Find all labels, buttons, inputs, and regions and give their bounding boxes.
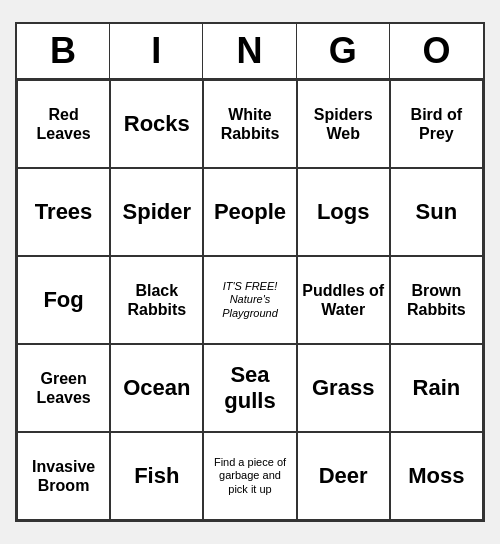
bingo-cell: Brown Rabbits bbox=[390, 256, 483, 344]
bingo-cell: Deer bbox=[297, 432, 390, 520]
header-letter: G bbox=[297, 24, 390, 78]
bingo-cell: Spiders Web bbox=[297, 80, 390, 168]
bingo-grid: Red LeavesRocksWhite RabbitsSpiders WebB… bbox=[17, 80, 483, 520]
bingo-cell: Sun bbox=[390, 168, 483, 256]
header-letter: I bbox=[110, 24, 203, 78]
bingo-cell: Green Leaves bbox=[17, 344, 110, 432]
bingo-cell: Black Rabbits bbox=[110, 256, 203, 344]
bingo-cell: Logs bbox=[297, 168, 390, 256]
bingo-cell: Red Leaves bbox=[17, 80, 110, 168]
header-letter: O bbox=[390, 24, 483, 78]
bingo-cell: Fog bbox=[17, 256, 110, 344]
bingo-cell: People bbox=[203, 168, 296, 256]
bingo-cell: Ocean bbox=[110, 344, 203, 432]
bingo-cell: Sea gulls bbox=[203, 344, 296, 432]
bingo-cell: Find a piece of garbage and pick it up bbox=[203, 432, 296, 520]
bingo-cell: Fish bbox=[110, 432, 203, 520]
bingo-header: BINGO bbox=[17, 24, 483, 80]
bingo-cell: Moss bbox=[390, 432, 483, 520]
bingo-cell: White Rabbits bbox=[203, 80, 296, 168]
bingo-cell: Rain bbox=[390, 344, 483, 432]
header-letter: B bbox=[17, 24, 110, 78]
bingo-cell: Spider bbox=[110, 168, 203, 256]
bingo-cell: Trees bbox=[17, 168, 110, 256]
bingo-cell: Invasive Broom bbox=[17, 432, 110, 520]
bingo-card: BINGO Red LeavesRocksWhite RabbitsSpider… bbox=[15, 22, 485, 522]
bingo-cell: Bird of Prey bbox=[390, 80, 483, 168]
bingo-cell: Rocks bbox=[110, 80, 203, 168]
bingo-cell: Puddles of Water bbox=[297, 256, 390, 344]
bingo-cell: IT'S FREE! Nature's Playground bbox=[203, 256, 296, 344]
header-letter: N bbox=[203, 24, 296, 78]
bingo-cell: Grass bbox=[297, 344, 390, 432]
